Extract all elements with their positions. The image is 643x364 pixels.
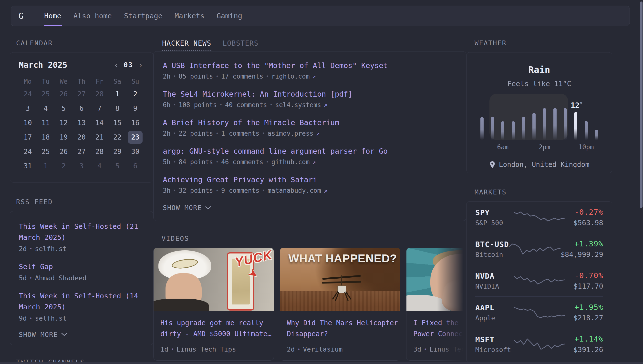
videos-section-title: VIDEOS [153, 235, 466, 242]
video-time: 1d [160, 346, 168, 353]
chevron-down-icon [205, 206, 211, 210]
hn-item-domain[interactable]: matanabudy.com [268, 187, 321, 194]
hn-item-title[interactable]: The SeL4 Microkernel: An Introduction [p… [163, 90, 457, 98]
dot-separator: • [173, 74, 176, 79]
hn-item: Achieving Great Privacy with Safari3h•32… [163, 176, 457, 194]
video-card[interactable]: DOTHTI Fixed the 5Power Connect3d•Linus … [406, 248, 466, 360]
hackernews-show-more-button[interactable]: SHOW MORE [163, 204, 457, 212]
news-feed-tabs: HACKER NEWSLOBSTERS [153, 39, 466, 51]
hn-item-time: 6h [163, 101, 170, 108]
thumb-text: WHAT HAPPENED? [288, 252, 397, 265]
hn-item-domain[interactable]: sel4.systems [275, 101, 321, 108]
hn-item-points: 85 points [179, 73, 213, 80]
external-link-icon: ↗ [312, 158, 316, 166]
hn-item-domain[interactable]: github.com [271, 158, 310, 166]
hn-item-title[interactable]: A USB Interface to the "Mother of All De… [163, 61, 457, 70]
market-name: NVIDIA [475, 282, 514, 290]
market-row-spy[interactable]: SPYS&P 500-0.27%$563.98 [475, 202, 603, 233]
market-price: $563.98 [565, 218, 603, 227]
feed-tab-hacker-news[interactable]: HACKER NEWS [162, 39, 211, 51]
rss-item-source: selfh.st [35, 245, 67, 252]
rss-item-meta: 2d•selfh.st [19, 245, 144, 252]
video-channel: Linus Tech Tips [177, 346, 236, 353]
dot-separator: • [270, 102, 272, 107]
hn-item-time: 2h [163, 130, 170, 137]
calendar-next-icon[interactable]: › [137, 61, 144, 69]
calendar-day: 9 [127, 101, 144, 116]
video-thumbnail[interactable]: WHAT HAPPENED? [280, 248, 400, 311]
right-column: WEATHER Rain Feels like 11°C 12° 6am2pm1… [466, 39, 612, 364]
rss-item-meta: 9d•selfh.st [19, 314, 144, 322]
calendar-day: 24 [19, 144, 37, 159]
hn-item-title[interactable]: argp: GNU-style command line argument pa… [163, 147, 457, 156]
video-thumbnail[interactable]: YUCK➤ [154, 248, 274, 311]
rss-item-title[interactable]: This Week in Self-Hosted (14 March 2025) [19, 290, 144, 312]
hn-item-meta: 2h•22 points•1 comments•asimov.press↗ [163, 130, 457, 137]
rss-item-title[interactable]: Self Gap [19, 261, 144, 272]
video-thumbnail[interactable]: DOTHT [406, 248, 466, 311]
market-ticker: MSFT [475, 335, 514, 344]
hn-item-title[interactable]: Achieving Great Privacy with Safari [163, 176, 457, 184]
market-row-btc-usd[interactable]: BTC-USDBitcoin+1.39%$84,999.29 [475, 233, 603, 265]
nav-tab-also-home[interactable]: Also home [67, 6, 118, 26]
video-channel: Veritasium [303, 346, 343, 353]
hn-item-time: 5h [163, 158, 170, 166]
weather-bar [585, 121, 588, 140]
calendar-day: 3 [73, 159, 90, 173]
hn-item-meta: 3h•32 points•9 comments•matanabudy.com↗ [163, 187, 457, 194]
nav-tab-gaming[interactable]: Gaming [210, 6, 248, 26]
video-card[interactable]: YUCK➤His upgrade got me reallydirty - AM… [153, 248, 274, 360]
hn-item-comments[interactable]: 40 comments [225, 101, 267, 108]
weather-bar [522, 116, 525, 140]
video-meta: 2d•Veritasium [287, 346, 393, 353]
calendar-day: 28 [91, 87, 108, 101]
shirt-shape [154, 298, 209, 311]
calendar-day: 14 [91, 116, 108, 130]
hn-item-domain[interactable]: righto.com [271, 73, 310, 80]
dot-separator: • [173, 130, 176, 136]
weather-bar-current [574, 112, 577, 140]
page-scrollbar[interactable] [639, 0, 643, 364]
nav-tab-markets[interactable]: Markets [168, 6, 210, 26]
weather-bar [501, 121, 504, 140]
video-title[interactable]: Why Did The Mars HelicopterDisappear? [287, 318, 393, 340]
scrollbar-thumb[interactable] [640, 2, 642, 208]
calendar-day: 31 [19, 159, 37, 173]
market-row-msft[interactable]: MSFTMicrosoft+1.14%$391.26 [475, 328, 603, 360]
videos-carousel: YUCK➤His upgrade got me reallydirty - AM… [153, 248, 466, 360]
weather-bar [512, 121, 515, 140]
nav-tab-home[interactable]: Home [38, 6, 67, 26]
hn-item-comments[interactable]: 17 comments [221, 73, 263, 80]
rss-item-source: Ahmad Shadeed [35, 274, 87, 282]
weather-time-label: 6am [497, 144, 508, 151]
calendar-day: 25 [37, 87, 55, 101]
hn-item-comments[interactable]: 1 comments [221, 130, 260, 137]
feed-tab-lobsters[interactable]: LOBSTERS [223, 39, 259, 50]
video-title[interactable]: I Fixed the 5Power Connect [413, 318, 466, 340]
rss-show-more-button[interactable]: SHOW MORE [19, 331, 144, 338]
hn-item-comments[interactable]: 9 comments [221, 187, 260, 194]
market-row-nvda[interactable]: NVDANVIDIA-0.70%$117.70 [475, 265, 603, 296]
video-title[interactable]: His upgrade got me reallydirty - AMD $50… [160, 318, 267, 340]
hn-item-domain[interactable]: asimov.press [268, 130, 313, 137]
calendar-day: 19 [55, 130, 73, 144]
mars-helicopter-shape [318, 272, 365, 302]
middle-column: HACKER NEWSLOBSTERS A USB Interface to t… [153, 39, 466, 364]
hn-item-comments[interactable]: 46 comments [221, 158, 263, 166]
calendar-month-title: March 2025 [19, 60, 67, 70]
weather-location: London, United Kingdom [499, 160, 589, 168]
page-content: CALENDAR March 2025 ‹ 03 › MoTuWeThFrSaS… [0, 26, 643, 364]
nav-tab-startpage[interactable]: Startpage [118, 6, 168, 26]
market-price: $84,999.29 [560, 250, 603, 258]
calendar-prev-icon[interactable]: ‹ [112, 61, 120, 69]
rss-item: This Week in Self-Hosted (14 March 2025)… [19, 290, 144, 322]
markets-section: MARKETS SPYS&P 500-0.27%$563.98BTC-USDBi… [466, 188, 612, 363]
sparkline-chart [509, 240, 560, 258]
video-time: 2d [287, 346, 295, 353]
app-logo[interactable]: G [11, 6, 31, 26]
video-card[interactable]: WHAT HAPPENED?Why Did The Mars Helicopte… [280, 248, 400, 360]
market-row-aapl[interactable]: AAPLApple+1.95%$218.27 [475, 296, 603, 328]
rss-item-title[interactable]: This Week in Self-Hosted (21 March 2025) [19, 221, 144, 243]
hn-item-meta: 6h•108 points•40 comments•sel4.systems↗ [163, 101, 457, 108]
hn-item-title[interactable]: A Brief History of the Miracle Bacterium [163, 118, 457, 127]
